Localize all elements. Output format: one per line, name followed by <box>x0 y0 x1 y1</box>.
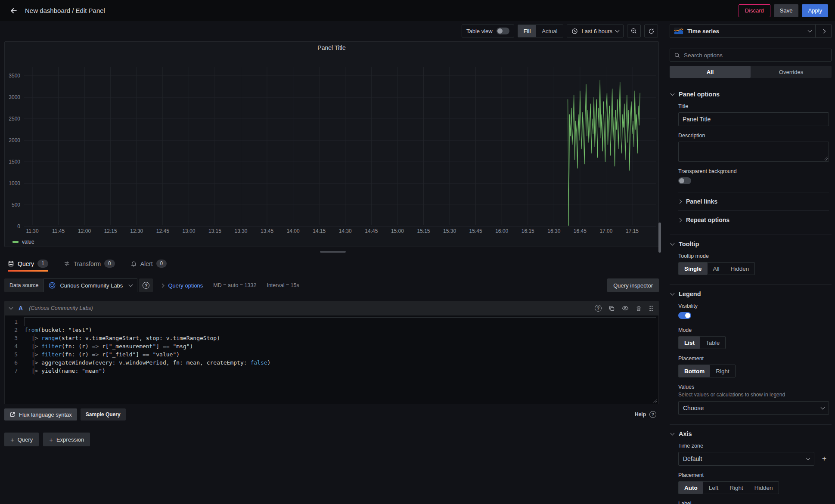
options-search-input[interactable] <box>684 52 827 59</box>
svg-text:500: 500 <box>12 202 20 208</box>
query-inspector-button[interactable]: Query inspector <box>607 278 659 292</box>
transparent-bg-toggle[interactable] <box>678 177 691 184</box>
add-expression-button[interactable]: + Expression <box>43 433 90 446</box>
actual-button[interactable]: Actual <box>536 25 563 37</box>
panel-description-input[interactable] <box>678 142 829 162</box>
panel-resize-handle[interactable] <box>320 251 346 253</box>
top-nav-bar: New dashboard / Edit Panel Discard Save … <box>0 0 835 21</box>
legend-header[interactable]: Legend <box>670 291 832 297</box>
zoom-out-button[interactable] <box>627 25 641 37</box>
tab-query[interactable]: Query 1 <box>8 260 48 272</box>
chevron-down-icon <box>808 28 812 33</box>
panel-preview[interactable]: Panel Title 0500100015002000250030003500… <box>4 41 659 247</box>
filter-tab-all[interactable]: All <box>670 66 751 78</box>
discard-button[interactable]: Discard <box>739 4 770 17</box>
flux-syntax-button[interactable]: Flux language syntax <box>4 408 77 421</box>
legend-visibility-toggle[interactable] <box>678 312 691 319</box>
help-group[interactable]: Help ? <box>635 411 656 418</box>
datasource-help-button[interactable]: ? <box>139 278 153 292</box>
code-line[interactable]: 6 |> aggregateWindow(every: v.windowPeri… <box>5 359 658 367</box>
legend-mode-group: List Table <box>678 336 726 349</box>
time-range-picker[interactable]: Last 6 hours <box>567 25 624 37</box>
chevron-down-icon <box>670 291 675 296</box>
duplicate-query-button[interactable] <box>608 305 615 312</box>
tab-transform[interactable]: Transform 0 <box>64 260 115 272</box>
add-query-button[interactable]: + Query <box>4 433 39 446</box>
add-expression-label: Expression <box>56 436 84 443</box>
section-panel-options: Panel options Title Description Transpar… <box>670 85 832 228</box>
axis-placement-hidden[interactable]: Hidden <box>749 482 779 494</box>
query-help-button[interactable]: ? <box>595 305 602 312</box>
code-line[interactable]: 7 |> yield(name: "mean") <box>5 367 658 375</box>
legend-placement-bottom[interactable]: Bottom <box>679 365 710 377</box>
chevron-down-icon <box>670 92 675 96</box>
tab-alert[interactable]: Alert 0 <box>130 260 167 272</box>
code-line[interactable]: 4 |> filter(fn: (r) => r["_measurement"]… <box>5 342 658 350</box>
datasource-picker[interactable]: Curious Community Labs <box>43 278 137 292</box>
axis-placement-auto[interactable]: Auto <box>679 482 703 494</box>
legend-swatch <box>12 241 19 243</box>
sample-query-button[interactable]: Sample Query <box>81 408 126 421</box>
filter-tab-overrides[interactable]: Overrides <box>751 66 832 78</box>
svg-text:0: 0 <box>17 223 20 229</box>
axis-placement-label: Placement <box>678 472 829 478</box>
drag-query-handle[interactable] <box>649 305 654 312</box>
table-view-toggle[interactable] <box>497 28 509 34</box>
query-datasource-hint: (Curious Community Labs) <box>29 305 93 311</box>
legend-placement-label: Placement <box>678 356 829 362</box>
section-axis: Axis Time zone Default + Placement Auto … <box>670 424 832 504</box>
panel-links-row[interactable]: Panel links <box>678 192 829 210</box>
code-text: |> yield(name: "mean") <box>25 367 656 375</box>
apply-button[interactable]: Apply <box>802 4 828 17</box>
code-line[interactable]: 5 |> filter(fn: (r) => r["_field"] == "v… <box>5 350 658 359</box>
clock-icon <box>571 28 578 34</box>
back-button[interactable] <box>7 4 21 18</box>
timezone-select[interactable]: Default <box>678 452 814 466</box>
toggle-knob <box>679 178 684 183</box>
time-range-label: Last 6 hours <box>581 28 612 34</box>
save-button[interactable]: Save <box>774 4 799 17</box>
tooltip-header[interactable]: Tooltip <box>670 241 832 247</box>
chart-legend: value <box>5 239 658 245</box>
legend-placement-right[interactable]: Right <box>710 365 735 377</box>
axis-placement-right[interactable]: Right <box>724 482 749 494</box>
editor-resize-handle[interactable] <box>653 399 657 402</box>
legend-item[interactable]: value <box>12 239 34 245</box>
code-line[interactable]: 2from(bucket: "test") <box>5 326 658 334</box>
panel-title-input[interactable] <box>678 112 829 126</box>
viz-picker[interactable]: Time series <box>670 24 816 38</box>
code-line[interactable]: 3 |> range(start: v.timeRangeStart, stop… <box>5 334 658 342</box>
tooltip-mode-hidden[interactable]: Hidden <box>725 263 755 275</box>
datasource-row: Data source Curious Community Labs ? Que… <box>4 278 659 292</box>
main-scrollbar-thumb[interactable] <box>658 223 661 253</box>
repeat-options-row[interactable]: Repeat options <box>678 210 829 225</box>
refresh-button[interactable] <box>644 25 658 37</box>
tooltip-mode-all[interactable]: All <box>708 263 725 275</box>
add-timezone-button[interactable]: + <box>819 455 829 464</box>
code-text: |> filter(fn: (r) => r["_field"] == "val… <box>25 350 656 359</box>
query-options-toggle[interactable]: Query options <box>168 282 203 289</box>
drag-dots-icon <box>649 305 654 312</box>
axis-placement-left[interactable]: Left <box>703 482 724 494</box>
tooltip-mode-single[interactable]: Single <box>679 263 708 275</box>
axis-header[interactable]: Axis <box>670 430 832 437</box>
legend-mode-list[interactable]: List <box>679 337 700 349</box>
panel-options-header[interactable]: Panel options <box>670 91 832 98</box>
hide-query-button[interactable] <box>622 305 629 312</box>
delete-query-button[interactable] <box>636 305 642 312</box>
tab-query-count: 1 <box>37 260 48 268</box>
legend-values-select[interactable]: Choose <box>678 401 829 415</box>
copy-icon <box>608 305 615 312</box>
textarea-resize-handle[interactable] <box>824 157 828 161</box>
collapse-sidebar-button[interactable] <box>816 24 832 38</box>
legend-mode-table[interactable]: Table <box>700 337 725 349</box>
flux-code-editor[interactable]: 12from(bucket: "test")3 |> range(start: … <box>4 315 659 404</box>
query-row-header[interactable]: A (Curious Community Labs) ? <box>4 301 659 315</box>
svg-text:13:30: 13:30 <box>235 228 248 234</box>
chevron-down-icon <box>615 28 620 33</box>
max-datapoints-value: MD = auto = 1332 <box>213 282 256 288</box>
code-line[interactable]: 1 <box>5 318 658 326</box>
fill-button[interactable]: Fill <box>518 25 537 37</box>
line-number: 6 <box>5 359 25 367</box>
zoom-out-icon <box>630 28 637 34</box>
